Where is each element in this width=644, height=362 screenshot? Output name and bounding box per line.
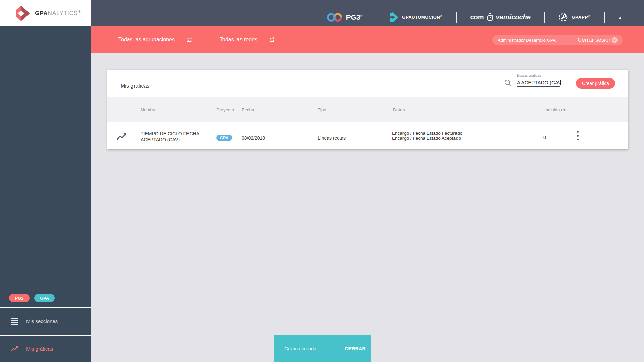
brand-gpapp[interactable]: GPAPP® <box>558 12 591 22</box>
search-input-label: Buscar gráficas <box>517 73 541 77</box>
compravamicoche-rest-label: vamicoche <box>496 13 531 21</box>
data-series-line-2: Encargo / Fecha Estado Aceptado <box>392 136 462 141</box>
collapse-topbar-button[interactable]: ▲ <box>618 15 622 19</box>
cell-included-in: 0 <box>543 135 546 140</box>
header-incluida-en: Incluida en <box>544 97 566 122</box>
pg3-label: PG3® <box>346 13 363 21</box>
swap-icon <box>269 37 275 43</box>
toast-close-button[interactable]: CERRAR <box>345 346 366 351</box>
topbar-divider <box>604 12 605 23</box>
logout-button[interactable]: Cerrar sesión <box>578 37 612 43</box>
cell-type: Líneas rectas <box>318 135 346 141</box>
gpanalytics-label: GPANALYTICS® <box>35 10 81 17</box>
row-menu-kebab-icon[interactable] <box>574 131 581 140</box>
charts-card: Mis gráficas Buscar gráficas Crear gráfi… <box>107 70 628 149</box>
topbar-divider <box>544 12 545 23</box>
data-series-line-1: Encargo / Fecha Estado Facturado <box>392 131 462 136</box>
header-proyecto: Proyecto <box>216 97 234 122</box>
gpanalytics-arrow-icon <box>16 5 30 22</box>
stopwatch-icon <box>486 13 494 22</box>
sidebar-item-label: Mis secciones <box>26 318 58 324</box>
cell-date: 08/02/2018 <box>241 135 265 141</box>
badge-gpa: GPA <box>34 294 55 302</box>
groups-filter-select[interactable]: Todas las agrupaciones <box>118 26 193 53</box>
networks-filter-select[interactable]: Todas las redes <box>220 26 275 53</box>
toast-notification: Gráfica creada CERRAR <box>274 335 371 362</box>
gpapp-label: GPAPP® <box>572 14 591 20</box>
sidebar-item-label: Mis gráficas <box>26 346 53 352</box>
user-name: Administrador Desarrollo GPA <box>498 38 556 43</box>
cell-chart-name: TIEMPO DE CICLO FECHA ACEPTADO (CAV) <box>141 131 202 143</box>
user-session-pill: Administrador Desarrollo GPA Cerrar sesi… <box>492 35 623 45</box>
search-icon[interactable] <box>504 79 512 87</box>
gpautomocion-label: GPAUTOMOCIÓN® <box>402 14 442 20</box>
line-chart-icon <box>11 346 18 352</box>
table-row[interactable]: TIEMPO DE CICLO FECHA ACEPTADO (CAV) GPA… <box>107 122 628 149</box>
pg3-infinity-icon <box>327 12 343 23</box>
text-caret <box>560 80 561 85</box>
sidebar-logo[interactable]: GPANALYTICS® <box>0 0 91 26</box>
brand-pg3[interactable]: PG3® <box>327 12 363 23</box>
swap-icon <box>186 37 193 43</box>
topbar-divider <box>376 12 376 23</box>
search-input[interactable] <box>517 79 560 87</box>
sidebar-item-mis-graficas[interactable]: Mis gráficas <box>0 336 91 362</box>
brand-gpautomocion[interactable]: GPAUTOMOCIÓN® <box>390 12 442 22</box>
gpapp-wrench-icon <box>558 12 568 22</box>
header-nombre: Nombre <box>141 97 157 122</box>
sidebar: GPANALYTICS® PG3 GPA Mis secciones Mis g… <box>0 0 91 362</box>
filter-bar: Todas las agrupaciones Todas las redes A… <box>91 26 644 53</box>
logout-x-icon[interactable]: ✕ <box>612 37 618 43</box>
header-tipo: Tipo <box>318 97 326 122</box>
top-brand-bar: PG3® GPAUTOMOCIÓN® com vamicoche <box>91 0 644 26</box>
compravamicoche-com-label: com <box>470 13 484 21</box>
badge-pg3: PG3 <box>9 294 30 302</box>
networks-filter-label: Todas las redes <box>220 37 257 43</box>
line-chart-icon <box>116 133 127 141</box>
groups-filter-label: Todas las agrupaciones <box>118 37 175 43</box>
page-title: Mis gráficas <box>121 83 149 89</box>
gpautomocion-arrow-icon <box>390 12 398 22</box>
project-badge: GPA <box>216 135 232 141</box>
brand-compravamicoche[interactable]: com vamicoche <box>470 13 531 22</box>
topbar-divider <box>456 12 457 23</box>
toast-message: Gráfica creada <box>284 346 316 351</box>
sidebar-item-mis-secciones[interactable]: Mis secciones <box>0 308 91 335</box>
create-chart-button[interactable]: Crear gráfica <box>576 78 615 89</box>
menu-icon <box>11 318 18 325</box>
table-header-row: Nombre Proyecto Fecha Tipo Datos Incluid… <box>107 97 628 122</box>
header-fecha: Fecha <box>241 97 254 122</box>
app-root: PG3® GPAUTOMOCIÓN® com vamicoche <box>0 0 644 362</box>
sidebar-badges: PG3 GPA <box>9 294 55 302</box>
header-datos: Datos <box>393 97 405 122</box>
cell-data-series: Encargo / Fecha Estado Facturado Encargo… <box>392 131 462 141</box>
